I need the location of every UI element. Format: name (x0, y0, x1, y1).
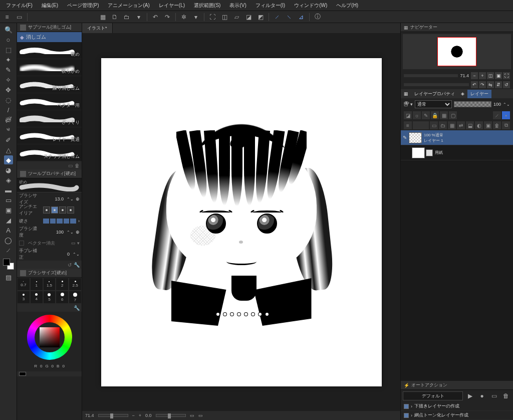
flip-h-icon[interactable]: ◪ (243, 12, 253, 22)
rotate-slider[interactable] (156, 414, 186, 417)
balloon-tool-icon[interactable]: ◯ (4, 236, 13, 245)
size-preset[interactable]: 2 (56, 278, 69, 291)
tone-icon[interactable]: ◩ (255, 12, 266, 22)
ruler-tool-icon[interactable]: ◢ (4, 216, 13, 225)
snap-grid-icon[interactable]: ⊿ (296, 12, 306, 22)
brush-preset[interactable]: 硬め (17, 42, 82, 59)
navigator-preview[interactable] (403, 34, 511, 69)
size-preset[interactable]: 2.5 (69, 278, 82, 291)
menu-selection[interactable]: 選択範囲(S) (190, 1, 224, 10)
eraser-tool-icon[interactable]: ◆ (4, 155, 13, 164)
menu-layer[interactable]: レイヤー(L) (155, 1, 189, 10)
layer-thumbnail[interactable] (409, 132, 422, 143)
new-icon[interactable]: ▦ (98, 12, 108, 22)
delete-subtool-icon[interactable]: 🗑 (75, 163, 80, 168)
rotate-value[interactable]: 0.0 (145, 413, 152, 418)
scale-icon[interactable]: ◫ (219, 12, 229, 22)
airbrush-tool-icon[interactable]: ✐ (4, 135, 13, 144)
snap-ruler-icon[interactable]: ⟋ (272, 12, 282, 22)
flip-v-icon[interactable]: ⇵ (495, 81, 502, 88)
record-icon[interactable]: ● (477, 391, 487, 401)
menu-window[interactable]: ウィンドウ(W) (290, 1, 331, 10)
flip-h-icon[interactable]: ⇋ (487, 81, 494, 88)
brush-preset[interactable]: ざっくり (17, 110, 82, 127)
flip-icon[interactable]: ▭ (190, 413, 194, 418)
size-preset[interactable]: 4 (30, 291, 43, 304)
undo-icon[interactable]: ↶ (150, 12, 160, 22)
mask-icon[interactable]: ◐ (475, 121, 483, 129)
transfer-icon[interactable]: ⇄ (457, 121, 465, 129)
add-subtool-icon[interactable]: ▭ (68, 163, 73, 168)
menu-filter[interactable]: フィルター(I) (251, 1, 289, 10)
reset-rotate-icon[interactable]: ▭ (198, 413, 203, 418)
action-checkbox[interactable] (404, 404, 409, 409)
menu-animation[interactable]: アニメーション(A) (104, 1, 153, 10)
size-preset[interactable]: 6 (56, 291, 69, 304)
zoom-in-icon[interactable]: + (479, 72, 486, 79)
merge-icon[interactable]: ⬓ (466, 121, 474, 129)
layer-property-tab[interactable]: レイヤープロパティ (411, 90, 458, 98)
reset-icon[interactable]: ↺ (68, 262, 72, 268)
add-action-icon[interactable]: ▭ (489, 391, 499, 401)
canvas[interactable] (101, 58, 382, 386)
text-tool-icon[interactable]: A (4, 226, 13, 235)
menu-help[interactable]: ヘルプ(H) (332, 1, 362, 10)
nav-zoom-slider[interactable] (404, 74, 458, 77)
opacity-slider[interactable] (454, 101, 491, 107)
open-icon[interactable]: 🗋 (110, 12, 120, 22)
rotate-left-icon[interactable]: ↶ (471, 81, 478, 88)
transform-icon[interactable]: ▱ (231, 12, 241, 22)
double-icon[interactable]: ⧉ (502, 121, 510, 129)
layer-item[interactable]: 👁 用紙 (401, 145, 513, 160)
menu-icon[interactable]: ≡ (2, 12, 12, 22)
zoom-out-icon[interactable]: − (471, 72, 478, 79)
link-icon[interactable]: ⊕ (76, 196, 80, 201)
zoom-value[interactable]: 71.4 (85, 413, 94, 418)
menu-view[interactable]: 表示(V) (225, 1, 250, 10)
menu-edit[interactable]: 編集(E) (38, 1, 62, 10)
swatch-black[interactable] (19, 372, 26, 376)
expand-icon[interactable]: › (78, 219, 80, 224)
menu-file[interactable]: ファイル(F) (2, 1, 37, 10)
delete-layer-icon[interactable]: 🗑 (493, 121, 501, 129)
apply-mask-icon[interactable]: ▣ (484, 121, 492, 129)
delete-action-icon[interactable]: 🗑 (501, 391, 511, 401)
color-wheel[interactable] (27, 315, 72, 360)
pen-tool-icon[interactable]: ✎ (4, 65, 13, 74)
fit-icon[interactable]: ◫ (487, 72, 494, 79)
size-preset[interactable]: 1 (30, 278, 43, 291)
fg-color-icon[interactable] (3, 259, 10, 266)
color-square[interactable] (40, 327, 60, 347)
link-icon[interactable]: ⊕ (76, 230, 80, 235)
decoration-tool-icon[interactable]: △ (4, 145, 13, 154)
zoom-slider[interactable] (98, 414, 128, 417)
action-set-dropdown[interactable]: デフォルト (403, 391, 463, 400)
brush-size-value[interactable]: 13.0 (43, 196, 65, 201)
mask-enable-icon[interactable]: ▢ (449, 111, 457, 119)
frame-tool-icon[interactable]: ▣ (4, 205, 13, 215)
pencil-tool-icon[interactable]: ༄ (4, 125, 13, 134)
blend-tool-icon[interactable]: ◕ (4, 165, 13, 174)
layer-tab[interactable]: レイヤー (467, 90, 491, 98)
page-icon[interactable]: ▭ (14, 12, 24, 22)
eyedropper-tool-icon[interactable]: / (4, 105, 13, 114)
action-checkbox[interactable] (404, 413, 409, 418)
wand-tool-icon[interactable]: ✦ (4, 55, 13, 64)
layer-color-icon[interactable]: ▪ (502, 111, 510, 119)
size-preset[interactable]: 3 (17, 291, 30, 304)
color-swatch[interactable] (3, 259, 14, 270)
brush-preset[interactable]: ベクター用 (17, 93, 82, 110)
redo-icon[interactable]: ↷ (162, 12, 172, 22)
draft-icon[interactable]: ✎ (422, 111, 430, 119)
hint-icon[interactable]: ⓘ (313, 12, 323, 22)
move-tool-icon[interactable]: ○ (4, 35, 13, 44)
canvas-viewport[interactable] (82, 33, 400, 411)
vector-erase-checkbox[interactable] (19, 241, 24, 246)
fill-icon[interactable]: ⛶ (207, 12, 217, 22)
nav-rotate-slider[interactable] (404, 83, 469, 86)
fill-tool-icon[interactable]: ◈ (4, 175, 13, 184)
nav-zoom-value[interactable]: 71.4 (460, 73, 469, 78)
document-tab[interactable]: イラスト* (82, 23, 113, 33)
size-preset[interactable]: 0.7 (17, 278, 30, 291)
menu-page[interactable]: ページ管理(P) (63, 1, 103, 10)
